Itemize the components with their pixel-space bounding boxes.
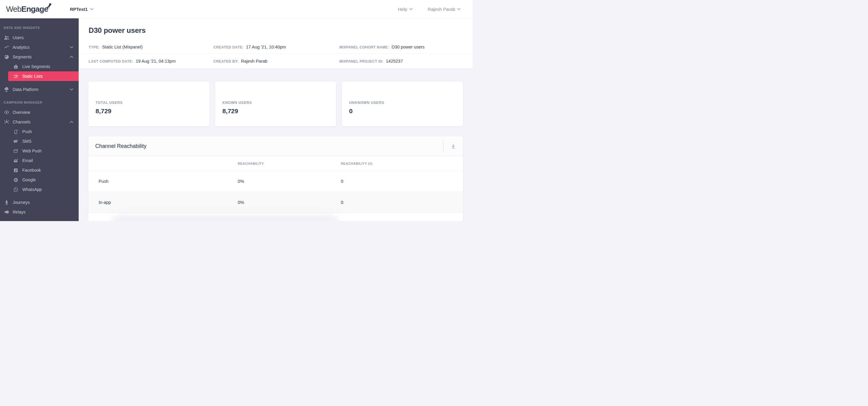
sidebar-item-journeys[interactable]: Journeys — [0, 198, 79, 207]
sidebar-item-label: Push — [22, 129, 32, 134]
help-label: Help — [398, 7, 407, 12]
meta-value: 17 Aug '21, 10:40pm — [246, 44, 286, 49]
sidebar-item-live-segments[interactable]: Live Segments — [0, 62, 79, 71]
webengage-logo[interactable]: WebEngage — [6, 5, 51, 13]
sidebar-item-label: Data Platform — [13, 87, 38, 92]
stat-label: TOTAL USERS — [96, 101, 202, 105]
cell-channel: Push — [88, 179, 238, 184]
meta-label: TYPE: — [89, 45, 100, 49]
meta-label: LAST COMPUTED DATE: — [89, 59, 133, 64]
live-segments-icon — [13, 64, 19, 70]
user-menu[interactable]: Rajesh Parab — [428, 7, 461, 12]
sidebar-item-email[interactable]: Email — [0, 156, 79, 165]
sidebar-item-label: Email — [22, 158, 33, 163]
stat-value: 8,729 — [222, 107, 329, 115]
meta-label: CREATED BY: — [213, 59, 239, 64]
sidebar-section-data-and-insights: DATA AND INSIGHTS — [0, 26, 79, 30]
stat-label: KNOWN USERS — [222, 101, 329, 105]
download-button[interactable] — [444, 136, 463, 156]
stat-value: 8,729 — [96, 107, 202, 115]
sidebar-item-label: Segments — [13, 55, 32, 59]
chevron-down-icon — [70, 89, 73, 91]
sms-icon — [13, 138, 19, 144]
meta-value: 1425237 — [386, 59, 403, 64]
sidebar-item-channels[interactable]: Channels — [0, 117, 79, 127]
table-row-in-app: In-app 0% 0 — [88, 192, 463, 213]
sidebar-item-label: SMS — [22, 139, 31, 144]
sidebar-item-label: Overview — [13, 110, 30, 115]
sidebar-item-users[interactable]: Users — [0, 33, 79, 42]
sidebar-section-campaign-manager: CAMPAIGN MANAGER — [0, 101, 79, 104]
overview-icon — [4, 109, 10, 115]
stat-value: 0 — [349, 107, 456, 115]
sidebar-item-segments[interactable]: Segments — [0, 52, 79, 62]
chevron-up-icon — [70, 56, 73, 58]
web-push-icon — [13, 148, 19, 154]
cell-reachability-count: 0 — [341, 200, 463, 205]
chevron-down-icon — [409, 8, 412, 10]
sidebar-item-whatsapp[interactable]: WhatsApp — [0, 184, 79, 194]
meta-value: Static List (Mixpanel) — [102, 44, 143, 49]
webengage-bird-icon — [44, 1, 53, 9]
sidebar-item-data-platform[interactable]: Data Platform — [0, 84, 79, 94]
cell-reachability: 0% — [238, 179, 341, 184]
brand-text-engage: Engage — [22, 4, 48, 13]
cell-reachability: 0% — [238, 200, 341, 205]
download-icon — [450, 143, 456, 149]
sidebar-item-label: Journeys — [13, 200, 30, 205]
table-row-partial — [88, 213, 463, 221]
sidebar-item-facebook[interactable]: Facebook — [0, 165, 79, 175]
sidebar-item-label: Google — [22, 177, 36, 182]
sidebar-item-web-push[interactable]: Web Push — [0, 146, 79, 156]
sidebar-item-sms[interactable]: SMS — [0, 136, 79, 146]
metadata-row-2: LAST COMPUTED DATE: 19 Aug '21, 04:13pm … — [79, 54, 472, 69]
sidebar-item-overview[interactable]: Overview — [0, 107, 79, 117]
facebook-icon — [13, 167, 19, 173]
email-icon — [13, 158, 19, 164]
sidebar: DATA AND INSIGHTS Users Analytics Segmen… — [0, 19, 79, 221]
sidebar-item-label: Relays — [13, 210, 26, 214]
sidebar-item-analytics[interactable]: Analytics — [0, 42, 79, 52]
whatsapp-icon — [13, 187, 19, 193]
help-menu[interactable]: Help — [398, 7, 412, 12]
segments-icon — [4, 54, 10, 60]
sidebar-item-label: Facebook — [22, 168, 41, 173]
chevron-down-icon — [90, 8, 93, 10]
journeys-icon — [4, 199, 10, 205]
sidebar-item-google[interactable]: Google — [0, 175, 79, 184]
meta-label: CREATED DATE: — [213, 45, 244, 49]
column-header-reachability: REACHABILITY — [238, 162, 341, 165]
top-bar: WebEngage RPTest1 Help Rajesh Parab — [0, 0, 472, 19]
column-header-reachability-count: REACHABILITY (#) — [341, 162, 463, 165]
chevron-down-icon — [70, 46, 73, 48]
sidebar-item-label: Users — [13, 35, 24, 40]
panel-header: Channel Reachability — [88, 136, 463, 156]
sidebar-item-label: Static Lists — [22, 74, 43, 79]
meta-label: MIXPANEL COHORT NAME: — [339, 45, 389, 49]
channel-reachability-panel: Channel Reachability REACHABILITY REACHA… — [88, 136, 463, 221]
workspace-name: RPTest1 — [70, 7, 88, 12]
sidebar-item-push[interactable]: Push — [0, 127, 79, 136]
stat-card-known-users: KNOWN USERS 8,729 — [215, 81, 336, 126]
brand-text-web: Web — [6, 4, 22, 13]
channels-icon — [4, 119, 10, 125]
chevron-up-icon — [70, 121, 73, 123]
meta-created-by: CREATED BY: Rajesh Parab — [213, 59, 339, 64]
sidebar-item-label: Analytics — [13, 45, 30, 50]
sidebar-item-label: WhatsApp — [22, 187, 42, 192]
sidebar-item-static-lists[interactable]: Static Lists — [8, 71, 79, 81]
workspace-selector[interactable]: RPTest1 — [70, 7, 93, 12]
metadata-row-1: TYPE: Static List (Mixpanel) CREATED DAT… — [79, 40, 472, 54]
stat-label: UNKNOWN USERS — [349, 101, 456, 105]
data-platform-icon — [4, 87, 10, 93]
table-header-row: REACHABILITY REACHABILITY (#) — [88, 156, 463, 171]
chevron-down-icon — [457, 8, 461, 10]
static-lists-icon — [13, 73, 19, 79]
sidebar-item-relays[interactable]: Relays — [0, 207, 79, 217]
sidebar-item-label: Channels — [13, 120, 30, 124]
meta-value: 19 Aug '21, 04:13pm — [135, 59, 176, 64]
meta-created-date: CREATED DATE: 17 Aug '21, 10:40pm — [213, 44, 339, 49]
cell-reachability-count: 0 — [341, 179, 463, 184]
sidebar-item-label: Web Push — [22, 148, 41, 153]
meta-value: Rajesh Parab — [241, 59, 268, 64]
